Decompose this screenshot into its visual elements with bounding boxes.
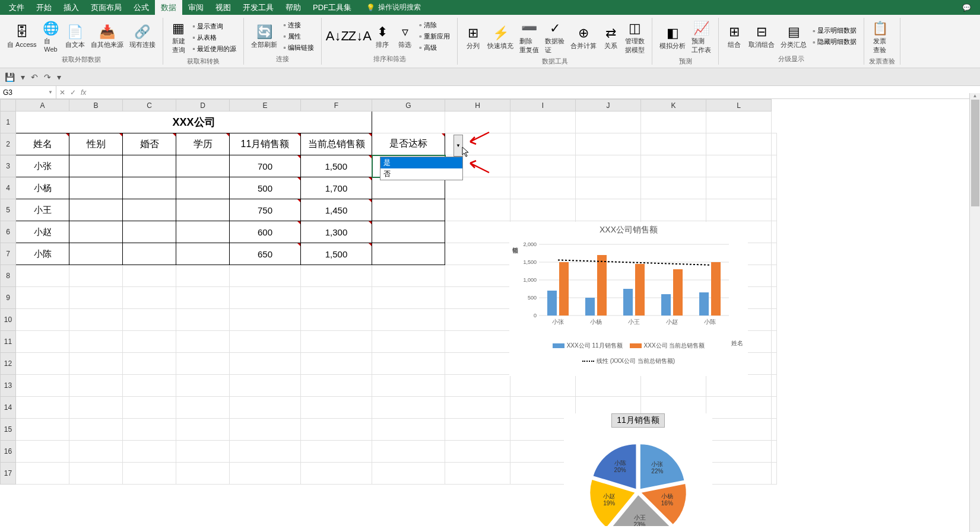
menu-文件[interactable]: 文件 (3, 0, 30, 15)
cell-pass[interactable] (372, 199, 445, 221)
ribbon-btn-排序[interactable]: ⬍排序 (372, 19, 393, 53)
cell[interactable] (706, 463, 772, 485)
col-header-C[interactable]: C (123, 100, 176, 112)
cell[interactable] (301, 309, 372, 331)
cell[interactable] (445, 353, 510, 375)
scrollbar-thumb[interactable] (971, 100, 979, 206)
ribbon-small-隐藏明细数据[interactable]: ▫隐藏明细数据 (810, 37, 859, 47)
col-header-H[interactable]: H (445, 100, 510, 112)
tell-me-search[interactable]: 💡 操作说明搜索 (366, 2, 421, 12)
cell-nov[interactable]: 500 (230, 177, 301, 199)
cell[interactable] (16, 353, 69, 375)
cell[interactable] (69, 177, 123, 199)
cell[interactable] (301, 419, 372, 441)
col-header-E[interactable]: E (230, 100, 301, 112)
cell-total[interactable]: 1,500 (301, 155, 372, 177)
cell[interactable] (176, 287, 230, 309)
row-header-6[interactable]: 6 (1, 221, 16, 243)
cell[interactable] (445, 199, 510, 221)
cell-name[interactable]: 小陈 (16, 243, 69, 265)
cell-total[interactable]: 1,500 (301, 243, 372, 265)
cell[interactable] (706, 375, 772, 397)
ribbon-small-显示明细数据[interactable]: ▫显示明细数据 (810, 26, 859, 36)
cell[interactable] (706, 177, 772, 199)
cell[interactable] (510, 177, 576, 199)
cell[interactable] (69, 375, 123, 397)
cell[interactable] (176, 265, 230, 287)
cell[interactable] (772, 199, 777, 221)
ribbon-btn-管理数据模型[interactable]: ◫管理数据模型 (623, 19, 647, 56)
cell[interactable] (69, 243, 123, 265)
cell[interactable] (445, 463, 510, 485)
ribbon-small-连接[interactable]: ▫连接 (281, 20, 316, 30)
cell[interactable] (176, 309, 230, 331)
cell[interactable] (176, 221, 230, 243)
row-header-10[interactable]: 10 (1, 309, 16, 331)
ribbon-btn-自 Access[interactable]: 🗄自 Access (5, 19, 39, 54)
cell[interactable] (706, 155, 772, 177)
cell[interactable] (706, 419, 772, 441)
cell[interactable] (176, 375, 230, 397)
cell[interactable] (772, 419, 777, 441)
pie-chart[interactable]: 11月销售额 小张22%小杨16%小王23%小赵19%小陈20% (564, 413, 712, 526)
cell-nov[interactable]: 600 (230, 221, 301, 243)
cell-total[interactable]: 1,700 (301, 177, 372, 199)
cell[interactable] (176, 155, 230, 177)
cell[interactable] (510, 199, 576, 221)
dropdown-option-yes[interactable]: 是 (380, 157, 462, 168)
row-header-9[interactable]: 9 (1, 287, 16, 309)
cell[interactable] (772, 243, 777, 265)
row-header-3[interactable]: 3 (1, 155, 16, 177)
ribbon-btn-筛选[interactable]: ▿筛选 (394, 19, 416, 53)
cell[interactable] (301, 397, 372, 419)
cell[interactable] (510, 112, 576, 133)
cell[interactable] (176, 419, 230, 441)
cell[interactable] (16, 463, 69, 485)
cell[interactable] (230, 441, 301, 463)
cell[interactable] (123, 265, 176, 287)
row-header-8[interactable]: 8 (1, 265, 16, 287)
menu-插入[interactable]: 插入 (58, 0, 85, 15)
cell[interactable] (69, 353, 123, 375)
ribbon-btn-预测工作表[interactable]: 📈预测工作表 (689, 19, 713, 56)
cell[interactable] (123, 353, 176, 375)
fx-confirm-icon[interactable]: ✓ (70, 88, 76, 97)
cell[interactable] (301, 331, 372, 353)
col-header-J[interactable]: J (576, 100, 641, 112)
row-header-13[interactable]: 13 (1, 375, 16, 397)
ribbon-btn-自文本[interactable]: 📄自文本 (63, 19, 87, 54)
col-header-F[interactable]: F (301, 100, 372, 112)
cell[interactable] (176, 353, 230, 375)
cell[interactable] (176, 397, 230, 419)
ribbon-btn-合并计算[interactable]: ⊕合并计算 (568, 19, 599, 56)
cell-name[interactable]: 小赵 (16, 221, 69, 243)
dropdown-option-no[interactable]: 否 (380, 168, 462, 180)
cell[interactable] (123, 375, 176, 397)
cell[interactable] (176, 441, 230, 463)
chevron-down-icon[interactable]: ▼ (48, 90, 53, 95)
cell-nov[interactable]: 750 (230, 199, 301, 221)
cell[interactable] (16, 265, 69, 287)
menu-公式[interactable]: 公式 (128, 0, 155, 15)
cell[interactable] (16, 397, 69, 419)
cell[interactable] (123, 397, 176, 419)
cell-name[interactable]: 小张 (16, 155, 69, 177)
vertical-scrollbar[interactable]: ▲ (969, 93, 980, 526)
cell[interactable] (445, 419, 510, 441)
bar-chart[interactable]: XXX公司销售额 销售额 姓名 05001,0001,5002,000小张小杨小… (509, 222, 748, 376)
cell[interactable] (123, 463, 176, 485)
row-header-1[interactable]: 1 (1, 112, 16, 133)
cell[interactable] (176, 331, 230, 353)
ribbon-btn-删除重复值[interactable]: ➖删除重复值 (517, 19, 541, 56)
cell-pass[interactable] (372, 243, 445, 265)
cell[interactable] (372, 441, 445, 463)
cell[interactable] (69, 199, 123, 221)
ribbon-btn-自Web[interactable]: 🌐自Web (40, 19, 62, 54)
cell[interactable] (301, 441, 372, 463)
cell[interactable] (301, 353, 372, 375)
menu-页面布局[interactable]: 页面布局 (85, 0, 128, 15)
cell[interactable] (445, 331, 510, 353)
cell[interactable] (16, 309, 69, 331)
menu-开始[interactable]: 开始 (30, 0, 58, 15)
cell[interactable] (16, 441, 69, 463)
